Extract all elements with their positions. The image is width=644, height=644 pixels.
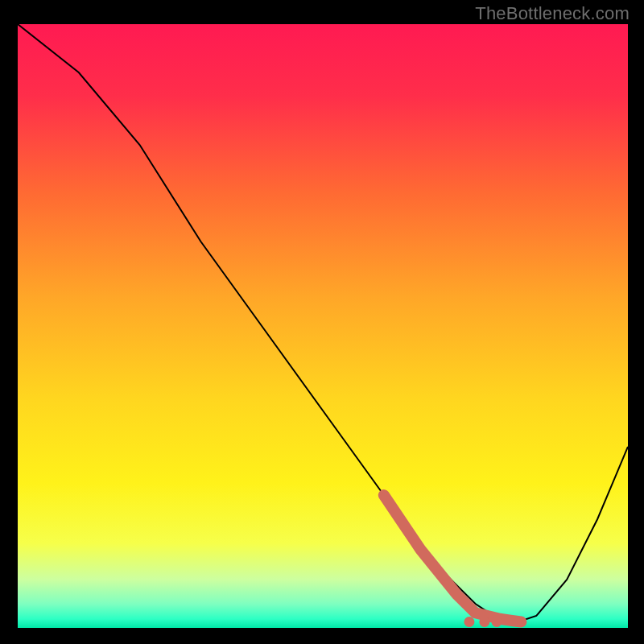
chart-svg bbox=[18, 24, 628, 628]
chart-frame: TheBottleneck.com bbox=[0, 0, 644, 644]
chart-plot-area bbox=[18, 24, 628, 628]
highlight-dot bbox=[492, 617, 502, 627]
watermark-text: TheBottleneck.com bbox=[475, 3, 630, 24]
highlight-dot bbox=[517, 618, 525, 626]
gradient-background bbox=[18, 24, 628, 628]
highlight-dot bbox=[479, 617, 489, 627]
highlight-dot bbox=[464, 617, 474, 627]
